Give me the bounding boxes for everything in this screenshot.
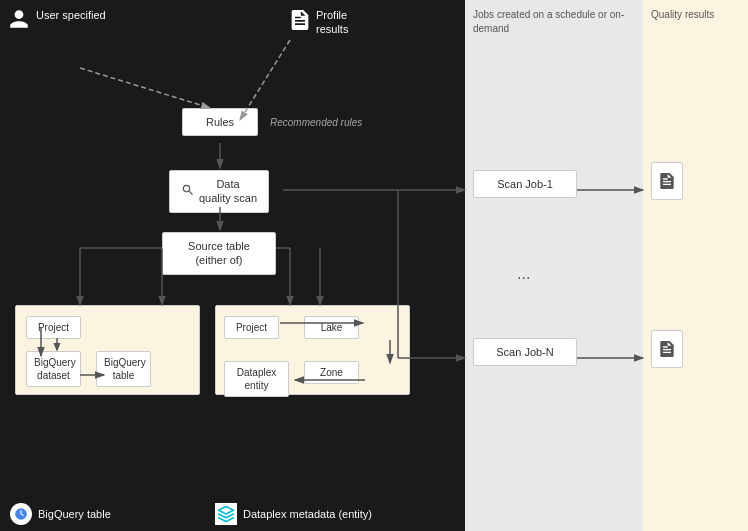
user-specified-box: User specified [8, 8, 106, 36]
bq-inner-section: Project BigQuery dataset BigQuery table [15, 305, 200, 395]
user-specified-label: User specified [36, 8, 106, 22]
bigquery-icon [10, 503, 32, 525]
quality-result-1 [651, 162, 683, 200]
bq-table-bottom-label: BigQuery table [10, 503, 111, 525]
right-section-label: Quality results [651, 8, 714, 22]
scan-job-1-box: Scan Job-1 [473, 170, 577, 198]
dark-section: User specified Profileresults Rules Reco… [0, 0, 465, 531]
dataplex-icon [215, 503, 237, 525]
rules-box: Rules [182, 108, 258, 136]
profile-results-label: Profileresults [316, 8, 348, 37]
dq-scan-box: Dataquality scan [169, 170, 269, 213]
bq-dataset-box: BigQuery dataset [26, 351, 81, 387]
dataplex-inner-section: Project Lake Zone Dataplex entity [215, 305, 410, 395]
dataplex-meta-bottom-label: Dataplex metadata (entity) [215, 503, 372, 525]
lake-box: Lake [304, 316, 359, 339]
project-bq-box: Project [26, 316, 81, 339]
middle-section: Jobs created on a schedule or on-demand … [465, 0, 643, 531]
project-dp-box: Project [224, 316, 279, 339]
scan-job-n-label: Scan Job-N [496, 346, 553, 358]
bq-table-inner-box: BigQuery table [96, 351, 151, 387]
source-table-label: Source table(either of) [188, 240, 250, 266]
scan-icon [181, 183, 195, 200]
middle-section-label: Jobs created on a schedule or on-demand [473, 8, 643, 36]
right-section: Quality results [643, 0, 748, 531]
ellipsis-label: ... [517, 265, 530, 283]
bq-table-bottom-text: BigQuery table [38, 508, 111, 520]
person-icon [8, 8, 30, 36]
scan-job-n-box: Scan Job-N [473, 338, 577, 366]
dataplex-meta-text: Dataplex metadata (entity) [243, 508, 372, 520]
zone-box: Zone [304, 361, 359, 384]
source-table-box: Source table(either of) [162, 232, 276, 275]
recommended-rules-label: Recommended rules [270, 117, 362, 128]
profile-results-box: Profileresults [290, 8, 348, 37]
rules-label: Rules [206, 116, 234, 128]
dataplex-entity-box: Dataplex entity [224, 361, 289, 397]
dq-scan-label: Dataquality scan [199, 177, 257, 206]
diagram-container: User specified Profileresults Rules Reco… [0, 0, 748, 531]
document-icon [290, 8, 310, 34]
scan-job-1-label: Scan Job-1 [497, 178, 553, 190]
quality-result-n [651, 330, 683, 368]
